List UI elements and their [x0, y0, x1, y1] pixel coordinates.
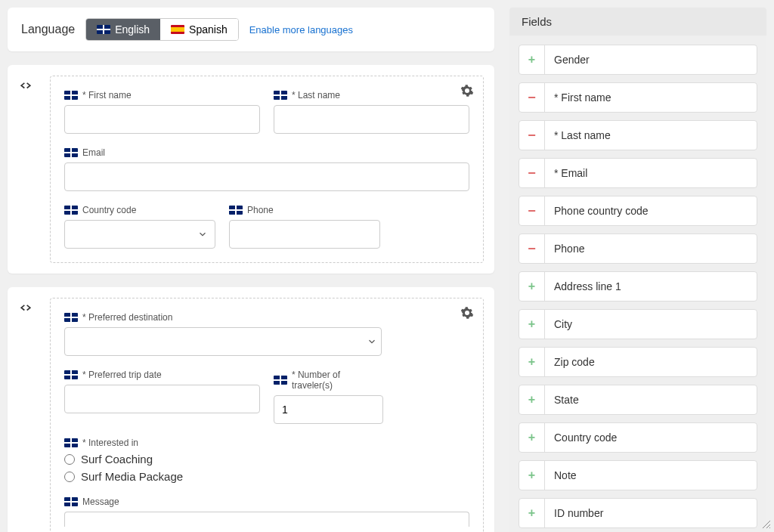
trip-date-input[interactable] — [64, 385, 260, 413]
field-item-label: Note — [545, 461, 757, 490]
field-item[interactable]: −Phone country code — [519, 196, 757, 226]
last-name-label: * Last name — [274, 90, 469, 101]
form-section-trip: * Preferred destination — [8, 287, 494, 532]
radio-input[interactable] — [64, 454, 75, 465]
form-section-contact: * First name * Last name — [8, 65, 494, 274]
language-english-label: English — [115, 23, 150, 36]
field-item-label: * Email — [545, 159, 757, 187]
trip-date-label: * Preferred trip date — [64, 370, 260, 380]
minus-icon[interactable]: − — [519, 234, 545, 263]
destination-label: * Preferred destination — [64, 312, 469, 323]
field-item[interactable]: +Address line 1 — [519, 271, 757, 302]
plus-icon[interactable]: + — [519, 310, 545, 339]
email-label: Email — [64, 147, 469, 158]
plus-icon[interactable]: + — [519, 499, 545, 527]
uk-flag-icon — [97, 25, 110, 34]
resize-handle-icon[interactable] — [760, 518, 771, 529]
field-item-label: * First name — [545, 83, 757, 112]
field-item[interactable]: +State — [519, 385, 757, 415]
phone-label: Phone — [229, 205, 380, 215]
svg-line-2 — [769, 527, 770, 528]
field-item[interactable]: +City — [519, 309, 757, 339]
minus-icon[interactable]: − — [519, 196, 545, 225]
field-item[interactable]: −* Email — [519, 158, 757, 188]
country-code-label: Country code — [64, 205, 215, 215]
language-bar: Language English Spanish Enable more lan… — [8, 8, 494, 51]
field-item-label: Phone country code — [545, 196, 757, 225]
language-label: Language — [21, 23, 75, 36]
field-item[interactable]: +ID number — [519, 498, 757, 528]
fields-panel: Fields +Gender−* First name−* Last name−… — [509, 8, 766, 532]
svg-line-0 — [763, 521, 770, 528]
uk-flag-icon — [274, 91, 287, 100]
minus-icon[interactable]: − — [519, 159, 545, 187]
minus-icon[interactable]: − — [519, 83, 545, 112]
phone-input[interactable] — [229, 220, 380, 249]
field-item-label: * Last name — [545, 121, 757, 150]
field-item[interactable]: −Phone — [519, 234, 757, 264]
message-input[interactable] — [64, 512, 469, 527]
fields-list: +Gender−* First name−* Last name−* Email… — [509, 36, 766, 532]
field-item-label: Address line 1 — [545, 272, 757, 301]
first-name-input[interactable] — [64, 105, 260, 134]
field-item-label: Gender — [545, 45, 757, 74]
fields-header: Fields — [509, 8, 766, 36]
travelers-input[interactable] — [274, 395, 383, 424]
field-item[interactable]: +Gender — [519, 45, 757, 75]
first-name-label: * First name — [64, 90, 260, 101]
field-item[interactable]: −* First name — [519, 82, 757, 113]
plus-icon[interactable]: + — [519, 461, 545, 490]
email-input[interactable] — [64, 162, 469, 191]
interested-label: * Interested in — [64, 438, 469, 448]
field-item-label: City — [545, 310, 757, 339]
enable-more-languages-link[interactable]: Enable more languages — [249, 24, 353, 36]
uk-flag-icon — [64, 497, 78, 506]
minus-icon[interactable]: − — [519, 121, 545, 150]
field-item[interactable]: +Country code — [519, 422, 757, 453]
field-item-label: Country code — [545, 423, 757, 452]
radio-label: Surf Media Package — [81, 470, 183, 483]
destination-select[interactable] — [64, 327, 382, 356]
sort-handle-icon[interactable] — [18, 79, 41, 94]
uk-flag-icon — [64, 206, 78, 215]
interested-option-surf-media[interactable]: Surf Media Package — [64, 470, 469, 483]
uk-flag-icon — [64, 438, 78, 447]
uk-flag-icon — [64, 313, 78, 322]
language-spanish-label: Spanish — [189, 23, 228, 36]
plus-icon[interactable]: + — [519, 423, 545, 452]
uk-flag-icon — [229, 206, 243, 215]
gear-icon[interactable] — [460, 84, 474, 97]
message-label: Message — [64, 496, 469, 507]
plus-icon[interactable]: + — [519, 272, 545, 301]
uk-flag-icon — [64, 370, 78, 379]
language-english-button[interactable]: English — [86, 19, 160, 40]
uk-flag-icon — [64, 91, 78, 100]
language-toggle: English Spanish — [85, 18, 239, 41]
travelers-label: * Number of traveler(s) — [274, 370, 383, 391]
gear-icon[interactable] — [460, 306, 474, 320]
country-code-select[interactable] — [64, 220, 215, 249]
radio-label: Surf Coaching — [81, 453, 153, 466]
plus-icon[interactable]: + — [519, 348, 545, 376]
sort-handle-icon[interactable] — [18, 301, 41, 316]
language-spanish-button[interactable]: Spanish — [160, 19, 238, 40]
uk-flag-icon — [274, 376, 287, 385]
plus-icon[interactable]: + — [519, 45, 545, 74]
plus-icon[interactable]: + — [519, 385, 545, 414]
field-item-label: Phone — [545, 234, 757, 263]
es-flag-icon — [171, 25, 184, 34]
interested-option-surf-coaching[interactable]: Surf Coaching — [64, 453, 469, 466]
last-name-input[interactable] — [274, 105, 469, 134]
radio-input[interactable] — [64, 472, 75, 482]
field-item[interactable]: +Zip code — [519, 347, 757, 377]
field-item-label: Zip code — [545, 348, 757, 376]
field-item-label: State — [545, 385, 757, 414]
field-item-label: ID number — [545, 499, 757, 527]
field-item[interactable]: −* Last name — [519, 120, 757, 150]
field-item[interactable]: +Note — [519, 460, 757, 490]
uk-flag-icon — [64, 148, 78, 157]
